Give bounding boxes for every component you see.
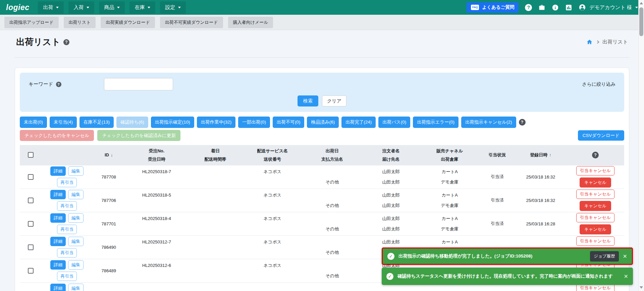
- nav-menu-item[interactable]: 入荷: [68, 1, 94, 14]
- status-filter-button[interactable]: 出荷指示確定(10): [151, 117, 194, 128]
- realloc-button[interactable]: 再引当: [57, 201, 77, 211]
- subtab-button[interactable]: 出荷リスト: [64, 17, 96, 28]
- faq-button[interactable]: FAQ よくあるご質問: [467, 2, 519, 13]
- nav-menu-item[interactable]: 設定: [160, 1, 186, 14]
- status-filter-button[interactable]: 出荷不可(0): [273, 117, 305, 128]
- status-filter-button[interactable]: 一部出荷(0): [238, 117, 270, 128]
- recipient-name: 山田太郎: [362, 201, 420, 210]
- cancel-button[interactable]: キャンセル: [580, 177, 611, 188]
- row-id: 787701: [102, 221, 116, 226]
- subtab-button[interactable]: 出荷実績ダウンロード: [101, 17, 155, 28]
- realloc-button[interactable]: 再引当: [57, 272, 77, 281]
- detail-button[interactable]: 詳細: [50, 213, 66, 223]
- account-menu[interactable]: デモアカウント 様: [579, 4, 638, 11]
- nav-menu-item[interactable]: 在庫: [129, 1, 155, 14]
- status-filter-button[interactable]: 未引当(4): [50, 117, 77, 128]
- nav-menu-item[interactable]: 商品: [99, 1, 125, 14]
- cancel-checked-button: チェックしたものをキャンセル: [20, 130, 94, 141]
- alloc-status: 引当済: [491, 221, 504, 226]
- registered-at: 25/03/18 16:32: [526, 174, 555, 179]
- edit-button[interactable]: 編集: [68, 190, 84, 199]
- subtab-button[interactable]: 出荷指示アップロード: [4, 17, 59, 28]
- header-id[interactable]: ID↓: [93, 145, 125, 165]
- subtab-button[interactable]: 出荷不可実績ダウンロード: [160, 17, 223, 28]
- row-checkbox[interactable]: [28, 221, 34, 227]
- info-icon[interactable]: [552, 4, 559, 11]
- edit-button[interactable]: 編集: [68, 237, 84, 246]
- status-filter-button[interactable]: 出荷指示キャンセル(2): [461, 117, 516, 128]
- job-history-button[interactable]: ジョブ履歴: [590, 251, 619, 262]
- row-checkbox[interactable]: [28, 244, 34, 250]
- status-filter-button[interactable]: 未出荷(0): [20, 117, 47, 128]
- bar-chart-icon[interactable]: [565, 4, 572, 11]
- status-filter-button[interactable]: 出荷作業中(32): [197, 117, 236, 128]
- keyword-help-icon[interactable]: ?: [56, 82, 61, 87]
- sales-channel: カートA: [420, 238, 480, 246]
- toast-stack: ✓ 出荷指示の確認待ち移動処理が完了しました。(ジョブID:105208) ジョ…: [382, 247, 633, 285]
- service-name: ネコポス: [243, 214, 302, 223]
- nav-menu-item[interactable]: 出荷: [38, 1, 64, 14]
- status-filter-button[interactable]: 出荷指示エラー(0): [413, 117, 459, 128]
- toast-message: 出荷指示の確認待ち移動処理が完了しました。(ジョブID:105208): [398, 253, 586, 259]
- select-all-checkbox[interactable]: [28, 152, 34, 158]
- faq-bubble-icon: FAQ: [471, 5, 479, 10]
- alloc-status: 引当済: [491, 198, 504, 203]
- row-id: 787708: [102, 174, 116, 179]
- edit-button[interactable]: 編集: [68, 166, 84, 176]
- search-panel: キーワード ? さらに絞り込み 検索 クリア: [20, 73, 624, 112]
- row-checkbox[interactable]: [28, 198, 34, 203]
- status-filter-button[interactable]: 出荷パス(0): [378, 117, 410, 128]
- row-checkbox[interactable]: [28, 268, 34, 274]
- edit-button[interactable]: 編集: [68, 213, 84, 223]
- edit-button[interactable]: 編集: [68, 260, 84, 270]
- orderer-name: 山田太郎: [362, 238, 420, 246]
- chevron-down-icon: [178, 7, 181, 8]
- cancel-button[interactable]: キャンセル: [580, 224, 611, 234]
- status-filter-button[interactable]: 検品済み(6): [307, 117, 339, 128]
- realloc-button[interactable]: 再引当: [57, 248, 77, 258]
- sales-channel: カートA: [420, 191, 480, 199]
- detail-button[interactable]: 詳細: [50, 284, 66, 291]
- cancel-alloc-button[interactable]: 引当キャンセル: [576, 236, 615, 246]
- status-filter-button[interactable]: 確認待ち(6): [116, 117, 148, 128]
- detail-button[interactable]: 詳細: [50, 166, 66, 176]
- detail-button[interactable]: 詳細: [50, 237, 66, 246]
- table-row: 詳細 編集 再引当 787708 HL20250318-7 ネコポス その他: [20, 165, 624, 189]
- edit-button[interactable]: 編集: [68, 284, 84, 291]
- clear-button[interactable]: クリア: [322, 95, 346, 106]
- briefcase-icon[interactable]: [538, 4, 545, 11]
- table-help-icon[interactable]: ?: [592, 152, 599, 158]
- row-checkbox[interactable]: [28, 174, 34, 180]
- scroll-down-arrow[interactable]: [640, 286, 643, 289]
- realloc-button[interactable]: 再引当: [57, 178, 77, 187]
- cancel-alloc-button[interactable]: 引当キャンセル: [576, 166, 615, 175]
- search-button[interactable]: 検索: [298, 95, 318, 106]
- scroll-up-arrow[interactable]: [640, 2, 643, 4]
- detail-button[interactable]: 詳細: [50, 260, 66, 270]
- page-help-icon[interactable]: ?: [63, 39, 69, 45]
- status-filter-button[interactable]: 在庫不足(13): [79, 117, 114, 128]
- cancel-button[interactable]: キャンセル: [580, 201, 611, 211]
- chevron-down-icon: [87, 7, 89, 8]
- cancel-alloc-button[interactable]: 引当キャンセル: [576, 190, 615, 199]
- service-name: ネコポス: [243, 191, 302, 199]
- realloc-button[interactable]: 再引当: [57, 225, 77, 234]
- subtab-button[interactable]: 購入者向けメール: [228, 17, 273, 28]
- table-header-row: ID↓ 受注No.受注日時 着日配送時間帯 配送サービス名送状番号 出荷日支払方…: [20, 145, 624, 165]
- keyword-input[interactable]: [104, 78, 173, 90]
- service-name: [243, 285, 302, 291]
- warehouse-name: デモ倉庫: [420, 178, 480, 186]
- orderer-name: [362, 285, 420, 291]
- close-icon[interactable]: ✕: [623, 253, 627, 260]
- cancel-alloc-button[interactable]: 引当キャンセル: [576, 213, 615, 222]
- close-icon[interactable]: ✕: [624, 273, 628, 280]
- filter-help-icon[interactable]: ?: [519, 119, 526, 126]
- home-icon[interactable]: [586, 39, 593, 45]
- more-filters-link[interactable]: さらに絞り込み: [582, 81, 615, 87]
- detail-button[interactable]: 詳細: [50, 190, 66, 199]
- header-registered[interactable]: 登録日時↑: [515, 145, 567, 165]
- status-filter-button[interactable]: 出荷完了(24): [341, 117, 376, 128]
- csv-download-button[interactable]: CSVダウンロード: [578, 130, 624, 141]
- help-icon[interactable]: ?: [525, 4, 532, 11]
- scrollbar-thumb[interactable]: [639, 7, 643, 36]
